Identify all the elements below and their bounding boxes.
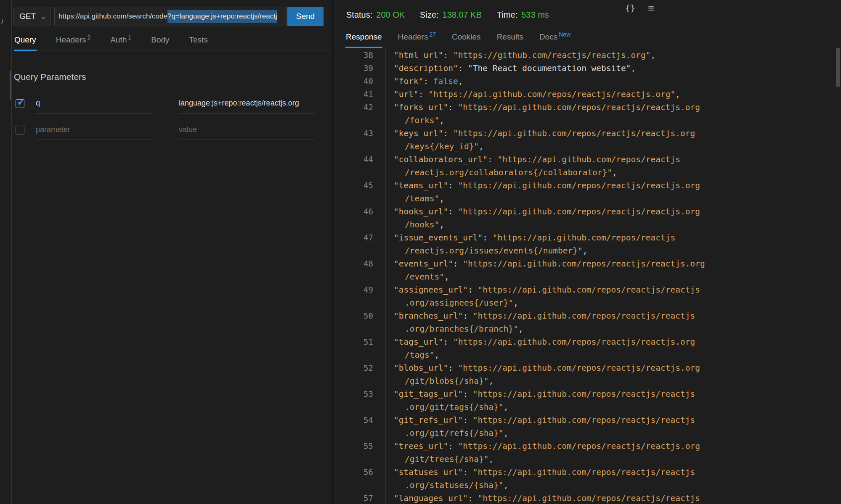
tab-label: Docs	[539, 32, 557, 41]
status-value: 200 OK	[376, 10, 405, 19]
response-tab-cookies[interactable]: Cookies	[451, 29, 481, 47]
code-line-content: "forks_url": "https://api.github.com/rep…	[394, 101, 700, 127]
code-line-content: "issue_events_url": "https://api.github.…	[394, 231, 675, 257]
request-tabs: QueryHeaders2Auth1BodyTests	[13, 32, 332, 51]
tab-badge: 2	[88, 34, 91, 41]
request-tab-query[interactable]: Query	[14, 32, 37, 50]
method-select[interactable]: GET ⌄	[13, 7, 51, 26]
response-tab-results[interactable]: Results	[496, 29, 524, 47]
tab-badge: 27	[429, 31, 436, 38]
line-number: 53	[333, 388, 373, 401]
rail-partial-text: /	[1, 18, 3, 26]
code-line: 50"branches_url": "https://api.github.co…	[333, 309, 841, 335]
param-name-input[interactable]: q	[35, 98, 153, 113]
response-code[interactable]: 38"html_url": "https://github.com/reactj…	[333, 47, 841, 504]
request-tab-headers[interactable]: Headers2	[56, 32, 91, 50]
rail-scrollbar[interactable]	[10, 71, 11, 100]
response-meta: Status:200 OK Size:138.07 KB Time:533 ms	[333, 0, 841, 20]
line-number: 43	[333, 127, 373, 140]
code-line-content: "events_url": "https://api.github.com/re…	[394, 257, 705, 283]
chevron-down-icon: ⌄	[40, 13, 46, 20]
line-number: 49	[333, 283, 373, 296]
code-line: 55"trees_url": "https://api.github.com/r…	[333, 440, 841, 466]
time-pair: Time:533 ms	[497, 10, 549, 20]
code-scrollbar[interactable]	[836, 48, 840, 87]
code-line-content: "collaborators_url": "https://api.github…	[394, 153, 680, 179]
size-pair: Size:138.07 KB	[420, 10, 482, 20]
code-line-content: "teams_url": "https://api.github.com/rep…	[394, 179, 700, 205]
response-toolbar-icons: {} ≡	[625, 3, 654, 13]
code-line: 51"tags_url": "https://api.github.com/re…	[333, 335, 841, 362]
time-label: Time:	[497, 10, 517, 19]
code-line-content: "url": "https://api.github.com/repos/rea…	[394, 88, 680, 101]
request-tab-body[interactable]: Body	[151, 32, 170, 50]
param-name-input[interactable]: parameter	[35, 124, 153, 140]
request-bar: GET ⌄ https://api.github.com/search/code…	[13, 7, 332, 26]
tab-label: Auth	[110, 35, 127, 44]
line-number: 46	[333, 205, 373, 218]
code-line: 39"description": "The React documentatio…	[333, 62, 841, 75]
line-number: 54	[333, 414, 373, 427]
tab-label: Results	[497, 32, 523, 41]
menu-icon[interactable]: ≡	[648, 3, 654, 13]
line-number: 50	[333, 309, 373, 322]
code-line-content: "description": "The React documentation …	[394, 62, 636, 75]
line-number: 56	[333, 466, 373, 479]
response-tab-headers[interactable]: Headers27	[398, 29, 436, 47]
code-line: 52"blobs_url": "https://api.github.com/r…	[333, 362, 841, 388]
url-input[interactable]: https://api.github.com/search/code?q=lan…	[54, 7, 287, 26]
line-number: 48	[333, 257, 373, 270]
size-value: 138.07 KB	[443, 10, 482, 19]
tab-label: Response	[346, 32, 382, 41]
code-line: 47"issue_events_url": "https://api.githu…	[333, 231, 841, 257]
size-label: Size:	[420, 10, 438, 19]
code-line-content: "assignees_url": "https://api.github.com…	[394, 283, 700, 309]
send-button[interactable]: Send	[287, 7, 324, 26]
code-lines: 38"html_url": "https://github.com/reactj…	[333, 47, 841, 504]
url-text: https://api.github.com/search/code	[58, 12, 167, 21]
code-line: 57"languages_url": "https://api.github.c…	[333, 492, 841, 504]
code-line: 53"git_tags_url": "https://api.github.co…	[333, 388, 841, 414]
param-checkbox[interactable]: ✓	[16, 99, 24, 108]
request-tab-tests[interactable]: Tests	[189, 32, 208, 50]
code-line-content: "languages_url": "https://api.github.com…	[394, 492, 700, 504]
line-number: 52	[333, 362, 373, 375]
activity-rail: /	[0, 0, 12, 504]
code-line: 40"fork": false,	[333, 75, 841, 88]
braces-icon[interactable]: {}	[625, 3, 635, 13]
line-number: 51	[333, 335, 373, 348]
request-tab-auth[interactable]: Auth1	[110, 32, 132, 50]
line-number: 39	[333, 62, 373, 75]
status-label: Status:	[346, 10, 372, 19]
code-line-content: "html_url": "https://github.com/reactjs/…	[394, 49, 655, 62]
code-line-content: "fork": false,	[394, 75, 463, 88]
param-row: parametervalue	[16, 124, 332, 140]
status-pair: Status:200 OK	[346, 10, 405, 20]
code-line-content: "keys_url": "https://api.github.com/repo…	[394, 127, 695, 153]
tab-badge: New	[559, 31, 570, 38]
code-line: 38"html_url": "https://github.com/reactj…	[333, 49, 841, 62]
code-line-content: "tags_url": "https://api.github.com/repo…	[394, 335, 695, 362]
line-number: 45	[333, 179, 373, 192]
code-line: 46"hooks_url": "https://api.github.com/r…	[333, 205, 841, 231]
param-value-input[interactable]: value	[178, 124, 315, 140]
tab-label: Query	[14, 35, 36, 44]
param-value-input[interactable]: language:js+repo:reactjs/reactjs.org	[178, 98, 315, 113]
response-tab-response[interactable]: Response	[345, 29, 382, 47]
query-parameters-title: Query Parameters	[14, 72, 332, 82]
code-line-content: "git_tags_url": "https://api.github.com/…	[394, 388, 695, 414]
code-line-content: "branches_url": "https://api.github.com/…	[394, 309, 695, 335]
tab-label: Cookies	[452, 32, 481, 41]
code-line-content: "trees_url": "https://api.github.com/rep…	[394, 440, 700, 466]
code-line: 44"collaborators_url": "https://api.gith…	[333, 153, 841, 179]
param-checkbox[interactable]	[16, 126, 24, 135]
code-line: 54"git_refs_url": "https://api.github.co…	[333, 414, 841, 440]
line-number: 38	[333, 49, 373, 62]
tab-label: Tests	[189, 35, 208, 44]
method-label: GET	[19, 12, 36, 21]
code-line: 43"keys_url": "https://api.github.com/re…	[333, 127, 841, 153]
line-number: 42	[333, 101, 373, 114]
line-number: 55	[333, 440, 373, 453]
response-tab-docs[interactable]: DocsNew	[539, 29, 571, 47]
tab-label: Headers	[56, 35, 86, 44]
